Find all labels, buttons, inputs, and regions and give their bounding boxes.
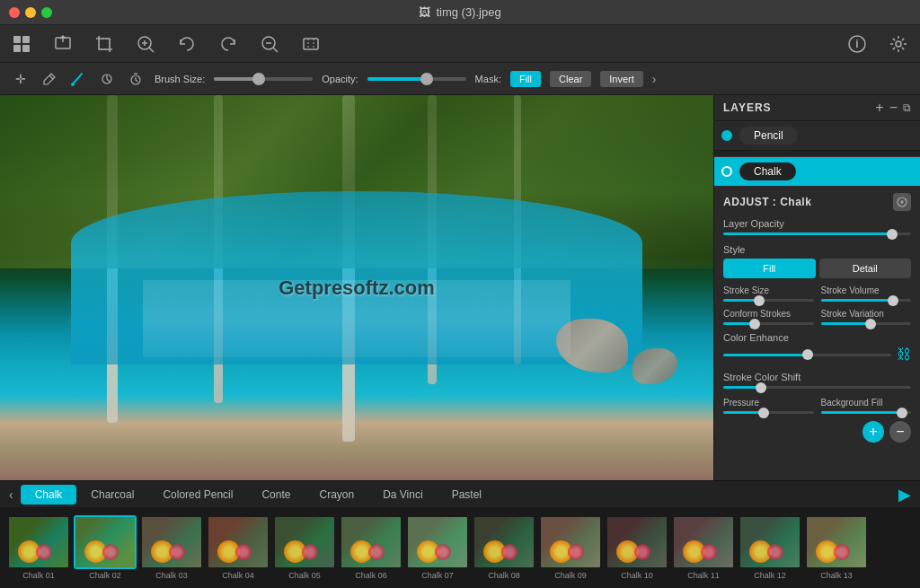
canvas-image: Getpresoftz.com xyxy=(0,95,713,480)
brush-size-label: Brush Size: xyxy=(155,74,205,84)
info-icon[interactable]: i xyxy=(845,31,870,57)
move-icon[interactable]: ✛ xyxy=(11,69,31,89)
pressure-param: Pressure xyxy=(723,398,814,414)
layer-item-chalk[interactable]: Chalk xyxy=(714,157,920,186)
tab-da-vinci[interactable]: Da Vinci xyxy=(368,485,437,505)
canvas-resize-icon[interactable] xyxy=(298,31,323,57)
conform-strokes-param: Conform Strokes xyxy=(723,309,814,325)
layers-controls: + − ⧉ xyxy=(875,101,911,115)
thumbnail-label: Chalk 10 xyxy=(621,571,653,580)
opacity-slider[interactable] xyxy=(367,77,466,81)
stroke-volume-param: Stroke Volume xyxy=(821,285,912,302)
list-item[interactable]: Chalk 10 xyxy=(606,515,668,580)
layer-opacity-slider[interactable] xyxy=(723,233,911,235)
pressure-slider[interactable] xyxy=(723,411,814,414)
svg-text:i: i xyxy=(855,38,858,50)
thumbnail-label: Chalk 03 xyxy=(155,571,188,580)
tab-crayon[interactable]: Crayon xyxy=(305,485,368,505)
thumbnail-label: Chalk 08 xyxy=(488,571,520,580)
play-button[interactable]: ▶ xyxy=(898,485,911,505)
background-fill-param: Background Fill xyxy=(821,398,912,414)
timer-icon[interactable] xyxy=(126,69,146,89)
stroke-size-param: Stroke Size xyxy=(723,285,814,302)
layers-header: LAYERS + − ⧉ xyxy=(714,95,920,121)
conform-strokes-label: Conform Strokes xyxy=(723,309,814,319)
list-item[interactable]: Chalk 04 xyxy=(207,515,270,580)
crop-icon[interactable] xyxy=(92,31,117,57)
mask-fill-button[interactable]: Fill xyxy=(510,71,541,87)
export-icon[interactable] xyxy=(50,31,75,57)
stroke-variation-slider[interactable] xyxy=(821,322,912,325)
list-item[interactable]: Chalk 03 xyxy=(140,515,203,580)
zoom-out-icon[interactable] xyxy=(257,31,282,57)
list-item[interactable]: Chalk 02 xyxy=(74,515,137,580)
thumbnail-label: Chalk 02 xyxy=(89,571,121,580)
zoom-in-icon[interactable] xyxy=(133,31,158,57)
stroke-color-shift-param: Stroke Color Shift xyxy=(723,372,911,389)
stroke-volume-slider[interactable] xyxy=(821,299,912,302)
tab-conte[interactable]: Conte xyxy=(247,485,305,505)
top-toolbar: i xyxy=(0,25,920,63)
layer-opacity-param: Layer Opacity xyxy=(723,218,911,235)
background-fill-slider[interactable] xyxy=(821,411,912,414)
layer-visibility-pencil[interactable] xyxy=(721,130,732,141)
adjust-settings-icon[interactable] xyxy=(893,193,911,211)
color-enhance-slider[interactable] xyxy=(723,354,891,356)
eyedropper-icon[interactable] xyxy=(40,69,59,89)
settings-icon[interactable] xyxy=(886,31,911,57)
conform-strokes-slider[interactable] xyxy=(723,322,814,325)
adjust-panel: ADJUST : Chalk Layer Opacity Style xyxy=(714,186,920,480)
duplicate-layer-button[interactable]: ⧉ xyxy=(903,102,911,113)
title-icon: 🖼 xyxy=(419,5,430,19)
maximize-button[interactable] xyxy=(41,7,52,18)
tab-colored-pencil[interactable]: Colored Pencil xyxy=(148,485,247,505)
minimize-button[interactable] xyxy=(25,7,36,18)
list-item[interactable]: Chalk 11 xyxy=(672,515,735,580)
list-item[interactable]: Chalk 06 xyxy=(340,515,402,580)
mask-invert-button[interactable]: Invert xyxy=(600,71,643,87)
list-item[interactable]: Chalk 09 xyxy=(539,515,602,580)
layer-opacity-label: Layer Opacity xyxy=(723,218,911,229)
list-item[interactable]: Chalk 01 xyxy=(7,515,70,580)
canvas-area[interactable]: Getpresoftz.com xyxy=(0,95,713,480)
brush-size-slider[interactable] xyxy=(214,77,313,81)
list-item[interactable]: Chalk 05 xyxy=(273,515,336,580)
list-item[interactable]: Chalk 08 xyxy=(473,515,535,580)
window-controls xyxy=(9,7,52,18)
layer-name-pencil[interactable]: Pencil xyxy=(739,127,798,145)
paint-icon[interactable] xyxy=(97,69,117,89)
remove-preset-button[interactable]: − xyxy=(889,421,911,443)
pressure-label: Pressure xyxy=(723,398,814,408)
import-icon[interactable] xyxy=(9,31,34,57)
link-chain-icon[interactable]: ⛓ xyxy=(897,347,911,363)
style-detail-button[interactable]: Detail xyxy=(819,259,912,278)
rotate-right-icon[interactable] xyxy=(216,31,241,57)
rotate-left-icon[interactable] xyxy=(174,31,199,57)
tab-charcoal[interactable]: Charcoal xyxy=(76,485,148,505)
layer-visibility-chalk[interactable] xyxy=(721,166,732,177)
mask-clear-button[interactable]: Clear xyxy=(550,71,591,87)
stroke-color-shift-slider[interactable] xyxy=(723,386,911,389)
layer-item-pencil[interactable]: Pencil xyxy=(714,121,920,150)
style-fill-button[interactable]: Fill xyxy=(723,259,816,278)
tabs-chevron-left-icon[interactable]: ‹ xyxy=(9,487,13,502)
thumbnail-label: Chalk 13 xyxy=(820,571,853,580)
layers-title: LAYERS xyxy=(723,101,875,114)
list-item[interactable]: Chalk 13 xyxy=(805,515,868,580)
list-item[interactable]: Chalk 07 xyxy=(406,515,469,580)
add-preset-button[interactable]: + xyxy=(862,421,884,443)
stroke-size-slider[interactable] xyxy=(723,299,814,302)
list-item[interactable]: Chalk 12 xyxy=(739,515,801,580)
layer-name-chalk[interactable]: Chalk xyxy=(739,162,796,180)
brush-icon[interactable] xyxy=(68,69,88,89)
toolbar-expand-icon[interactable]: › xyxy=(652,72,657,86)
window-title: 🖼 timg (3).jpeg xyxy=(419,5,500,19)
remove-layer-button[interactable]: − xyxy=(889,101,898,115)
add-layer-button[interactable]: + xyxy=(875,101,883,115)
svg-rect-2 xyxy=(13,45,21,52)
layers-list: Pencil Chalk xyxy=(714,121,920,186)
tab-chalk[interactable]: Chalk xyxy=(21,485,77,505)
thumbnail-label: Chalk 06 xyxy=(355,571,387,580)
close-button[interactable] xyxy=(9,7,20,18)
tab-pastel[interactable]: Pastel xyxy=(438,485,496,505)
